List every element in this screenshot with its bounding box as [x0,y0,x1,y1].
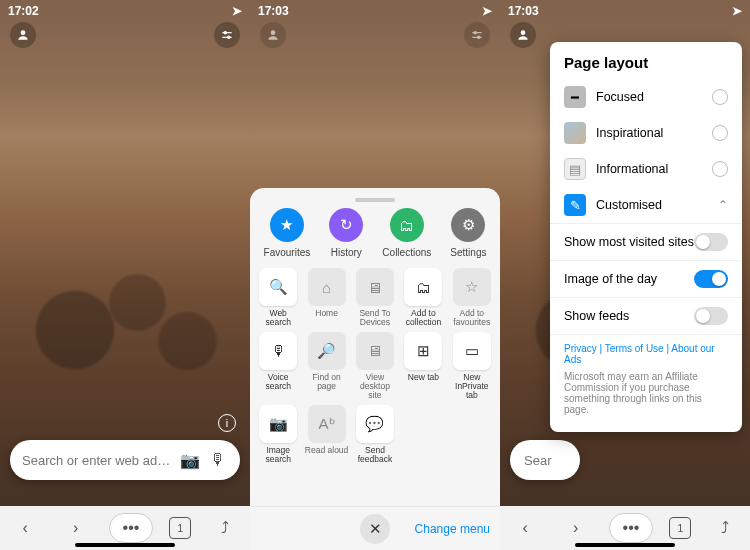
layout-option-customised[interactable]: ✎Customised⌃ [550,187,742,223]
action-icon: 🗂 [404,268,442,306]
radio-icon [712,89,728,105]
action-new-inprivate-tab[interactable]: ▭New InPrivate tab [450,332,494,401]
switch-icon [694,233,728,251]
status-bar: 17:03 ➤ [258,4,492,18]
status-right: ➤ [482,4,492,18]
action-icon: 🖥 [356,332,394,370]
search-bar[interactable]: Sear [510,440,580,480]
switch-icon [694,270,728,288]
action-home: ⌂Home [304,268,348,328]
affiliate-disclaimer: Microsoft may earn an Affiliate Commissi… [564,371,728,415]
svg-point-8 [474,32,476,34]
action-web-search[interactable]: 🔍Web search [256,268,300,328]
toggle-show-feeds[interactable]: Show feeds [550,297,742,334]
radio-icon [712,125,728,141]
toggle-image-of-the-day[interactable]: Image of the day [550,260,742,297]
search-placeholder: Sear [524,453,568,468]
action-icon: 💬 [356,405,394,443]
svg-point-0 [21,30,26,35]
account-button[interactable] [260,22,286,48]
action-add-to-favourites: ☆Add to favourites [450,268,494,328]
action-voice-search[interactable]: 🎙Voice search [256,332,300,401]
location-icon: ➤ [732,4,742,18]
clock: 17:03 [258,4,289,18]
layout-swatch-icon [564,122,586,144]
svg-point-4 [228,36,230,38]
clock: 17:02 [8,4,39,18]
status-right: ➤ [732,4,742,18]
search-placeholder: Search or enter web addre… [22,453,172,468]
camera-icon[interactable]: 📷 [180,451,200,470]
action-send-feedback[interactable]: 💬Send feedback [353,405,397,465]
svg-point-5 [271,30,276,35]
action-icon: ▭ [453,332,491,370]
account-button[interactable] [10,22,36,48]
collections-icon: 🗂 [390,208,424,242]
terms-link[interactable]: Terms of Use [605,343,664,354]
forward-button[interactable]: › [559,513,593,543]
share-button[interactable]: ⤴ [708,513,742,543]
tabs-button[interactable]: 1 [669,517,691,539]
action-icon: 🖥 [356,268,394,306]
popover-footer: Privacy | Terms of Use | About our Ads M… [550,334,742,423]
toggle-show-most-visited-sites[interactable]: Show most visited sites [550,223,742,260]
switch-icon [694,307,728,325]
layout-swatch-icon: ✎ [564,194,586,216]
action-new-tab[interactable]: ⊞New tab [401,332,445,401]
layout-option-informational[interactable]: ▤Informational [550,151,742,187]
screen-page-layout: 17:03 ➤ Page layout ━FocusedInspirationa… [500,0,750,550]
back-button[interactable]: ‹ [508,513,542,543]
sheet-history[interactable]: ↻History [329,208,363,258]
page-layout-popover: Page layout ━FocusedInspirational▤Inform… [550,42,742,432]
action-add-to-collection[interactable]: 🗂Add to collection [401,268,445,328]
sheet-favourites[interactable]: ★Favourites [264,208,311,258]
action-sheet: ★Favourites↻History🗂Collections⚙Settings… [250,188,500,550]
page-settings-button[interactable] [464,22,490,48]
layout-option-focused[interactable]: ━Focused [550,79,742,115]
action-find-on-page: 🔎Find on page [304,332,348,401]
share-button[interactable]: ⤴ [208,513,242,543]
change-menu-link[interactable]: Change menu [415,522,490,536]
tabs-button[interactable]: 1 [169,517,191,539]
layout-swatch-icon: ▤ [564,158,586,180]
sheet-collections[interactable]: 🗂Collections [382,208,431,258]
page-settings-button[interactable] [214,22,240,48]
close-sheet-button[interactable]: ✕ [360,514,390,544]
location-icon: ➤ [482,4,492,18]
chevron-up-icon: ⌃ [718,198,728,212]
privacy-link[interactable]: Privacy [564,343,597,354]
action-icon: ☆ [453,268,491,306]
action-icon: 🔍 [259,268,297,306]
forward-button[interactable]: › [59,513,93,543]
mic-icon[interactable]: 🎙 [208,451,228,469]
action-icon: 📷 [259,405,297,443]
status-bar: 17:03 ➤ [508,4,742,18]
more-button[interactable]: ••• [109,513,153,543]
sheet-settings[interactable]: ⚙Settings [450,208,486,258]
radio-icon [712,161,728,177]
action-image-search[interactable]: 📷Image search [256,405,300,465]
layout-option-inspirational[interactable]: Inspirational [550,115,742,151]
more-button[interactable]: ••• [609,513,653,543]
history-icon: ↻ [329,208,363,242]
action-icon: ⊞ [404,332,442,370]
popover-title: Page layout [550,42,742,79]
sheet-grabber[interactable] [355,198,395,202]
action-icon: ⌂ [308,268,346,306]
svg-point-9 [478,36,480,38]
location-icon: ➤ [232,4,242,18]
home-indicator [75,543,175,547]
search-bar[interactable]: Search or enter web addre… 📷 🎙 [10,440,240,480]
back-button[interactable]: ‹ [8,513,42,543]
layout-swatch-icon: ━ [564,86,586,108]
svg-point-3 [224,32,226,34]
favourites-icon: ★ [270,208,304,242]
account-button[interactable] [510,22,536,48]
svg-point-10 [521,30,526,35]
home-indicator [575,543,675,547]
status-right: ➤ [232,4,242,18]
action-send-to-devices: 🖥Send To Devices [353,268,397,328]
action-icon: 🔎 [308,332,346,370]
info-button[interactable]: i [218,414,236,432]
clock: 17:03 [508,4,539,18]
